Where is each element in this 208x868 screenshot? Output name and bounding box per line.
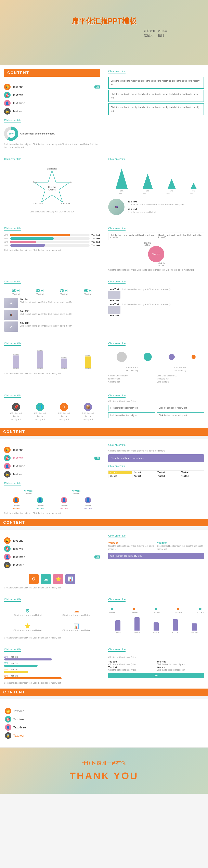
bubble-text-tl: Click the text box [144,242,154,246]
you-3: You text [91,241,100,243]
stat-4: 90% You text [83,288,93,296]
fc-item-3: 👤 Text three [5,724,203,731]
c2r-title: Click enter title [108,443,126,447]
horiz-bars-right: Click enter title Click the text box to … [104,643,208,688]
dots-area [108,352,204,362]
report-person: 汇报人：千图网 [144,34,167,37]
c2-item-3: 👤 Text three [4,463,100,469]
content-2-left: 😀 Text one 🎯 Text two ON 👤 Text three 🔒 … [0,439,104,519]
tl-pt-3: You text [152,608,160,614]
dot-large [116,352,127,362]
section-title-2r: Click enter title [108,157,126,161]
you-img-1: You text [20,298,72,301]
content-list-2: 😀 Text one 🎯 Text two ON 👤 Text three 🔒 … [4,443,100,481]
star-icon: ⭐ [6,623,49,629]
tri-axis-3: text [167,193,170,195]
chart-icon: 📊 [55,623,98,629]
triangle-chart: text text text text text text text [108,167,204,195]
pbar-3 [153,622,159,630]
icons-row: 📌 Click the textbox tomodify text 🌐 Clic… [4,403,100,421]
hb-item-4: 60% You text [4,675,100,679]
icon-box-2: ☁ [41,574,51,584]
star-area: Click the text Click Click the text Clic… [4,166,100,207]
icon-item-2: 🌐 Click the textbox tomodify text [34,403,46,421]
slide-1-left: CONTENT 😀 Text one ON 🎯 Text two 👤 Text … [0,65,104,153]
content-3-left: 😀 Text one 🎯 Text two 👤 Text three ON 🔒 … [0,530,104,593]
bar-item-1: You Yext You Yext Click the text box mod… [108,288,204,302]
stat-3: 78% You text [60,288,68,296]
tri-label-3: text [170,190,173,192]
timeline-bar: You text You text You text You text You … [108,608,204,614]
two-text-boxes: Click the text box to modify text Click … [108,232,204,240]
you-text-area: You text Click the text box to modify te… [128,200,184,214]
slide-6-right: Click enter title Click the text box to … [104,390,208,428]
c3-item-4: 🔒 Text four [4,562,100,568]
c2-label-3: Text three [12,465,25,468]
text-box-2: Click the text box to modify text click … [108,90,204,102]
stat-1: 50% You text [11,288,21,296]
icon-item-g3: ⭐ Click the text box to modify text [4,621,51,634]
hb-item-3: 25% You text [4,669,100,673]
body-3r: Click the text box to modify text Click … [108,268,204,272]
section-title-4r: Click enter title [108,280,126,284]
tri-axis-4: text [190,193,194,195]
text-box-1: Click the text box to modify text click … [108,77,204,89]
svg-text:Click: Click [70,181,72,183]
thank-you-section: 千图网感谢一路有你 THANK YOU [0,748,208,794]
hb-item-2: 35% You text [4,662,100,667]
svg-text:Click the text: Click the text [34,203,44,205]
svg-text:Click the: Click the [48,186,56,188]
pbar-5 [192,623,197,630]
c3-label-3: Text three [12,555,25,559]
icon-box-1: ⚙ [29,574,39,584]
body-text-2: Click the text box to modify text Click … [4,210,100,213]
img-rect-2: 🌉 [4,310,18,320]
section-title-6l: Click enter title [4,394,21,398]
pin-icon: 📌 [12,403,20,411]
tl-pt-1: You text [108,608,115,614]
text-box-3: Click the text box to modify text click … [108,103,204,115]
section-title-5l: Click enter title [4,342,21,346]
slide-6-left: Click enter title 📌 Click the textbox to… [0,390,104,428]
c3r-you-2: You text [157,541,204,545]
timeline-section: Click enter title You text You text You … [104,593,208,643]
progress-row-3: 33% You text [4,241,100,243]
box-2: Click the text box to modify text [157,405,204,411]
purple-bar-chart: You text You text You text You text You … [108,617,204,633]
c3-item-3: 👤 Text three ON [4,554,100,560]
icon-item-g1: ⚙ Click the text box to modify text [4,606,51,619]
bubble-text-br: Click the text box [158,262,168,266]
stats-row: 50% You text 32% You text 78% You text 9… [4,288,100,296]
bar-chart-5: You text You text You text You text You … [4,350,100,370]
icon-item-g2: ☁ Click the text box to modify text [53,606,100,619]
pink-bubble: You text [148,246,164,262]
slide-3-right: Click enter title Click the text box to … [104,222,208,276]
c3-item-2: 🎯 Text two [4,546,100,552]
slide-5-right: Click enter title Click the textbox to m… [104,337,208,390]
content-3-body: 😀 Text one 🎯 Text two 👤 Text three ON 🔒 … [0,530,208,593]
fc-item-1: 😀 Text one [5,708,203,714]
icon-item-1: 📌 Click the textbox tomodify text [10,403,22,421]
fc-label-1: Text one [13,710,24,713]
svg-text:text box: text box [48,189,56,191]
content-2-body: 😀 Text one 🎯 Text two ON 👤 Text three 🔒 … [0,439,208,519]
fc-label-4: Text four [13,734,24,737]
icon-1: 😀 [4,84,10,90]
bar-img-1 [108,291,120,299]
tri-label-2: text [146,190,149,192]
person-4: 👤 You text You text! [84,497,92,510]
on-badge-c3: ON [95,555,100,559]
slide-4-left: Click enter title 50% You text 32% You t… [0,276,104,337]
bar-col-2: You text You text [37,349,43,370]
you-img-3: You text [20,321,72,324]
svg-text:Click: Click [33,181,37,183]
person-2: 👤 You text You text! [36,497,44,510]
circle-image: 🌆 [108,199,125,215]
content-section-3: CONTENT 😀 Text one 🎯 Text two 👤 Text thr… [0,519,208,593]
section-title-1: Click enter title [4,119,21,123]
you-1: You text [91,234,100,236]
c3r-title: Click enter title [108,534,126,538]
pink-bubble-area: You text Click the text box Click the te… [108,242,204,266]
pbar-4 [173,619,178,630]
you-text-2: You text [128,208,184,211]
